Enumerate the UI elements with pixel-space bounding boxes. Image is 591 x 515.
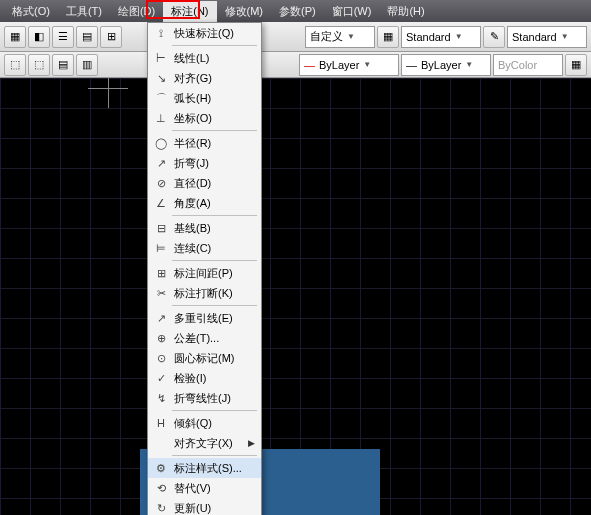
menu-item-label: 对齐文字(X)	[174, 436, 233, 451]
menu-item-label: 圆心标记(M)	[174, 351, 235, 366]
tool-btn-icon[interactable]: ⬚	[4, 54, 26, 76]
menu-item[interactable]: ⊘直径(D)	[148, 173, 261, 193]
menu-item-icon: ⊟	[152, 220, 170, 236]
crosshair-icon	[108, 78, 109, 108]
menu-item-icon: ↗	[152, 155, 170, 171]
menu-item[interactable]: ⊥坐标(O)	[148, 108, 261, 128]
tool-btn-icon[interactable]: ⬚	[28, 54, 50, 76]
menu-item[interactable]: ↗折弯(J)	[148, 153, 261, 173]
tool-btn-icon[interactable]: ⊞	[100, 26, 122, 48]
menu-item[interactable]: ⟟快速标注(Q)	[148, 23, 261, 43]
menu-item-icon: ⊥	[152, 110, 170, 126]
menu-item-icon: H	[152, 415, 170, 431]
menu-item[interactable]: ⊢线性(L)	[148, 48, 261, 68]
menubar: 格式(O) 工具(T) 绘图(D) 标注(N) 修改(M) 参数(P) 窗口(W…	[0, 0, 591, 22]
menu-item[interactable]: H倾斜(Q)	[148, 413, 261, 433]
menu-item[interactable]: ⟲替代(V)	[148, 478, 261, 498]
menu-item-icon: ↘	[152, 70, 170, 86]
bylayer-dropdown-2[interactable]: —ByLayer▼	[401, 54, 491, 76]
menu-item-icon: ⊨	[152, 240, 170, 256]
menu-item-label: 折弯(J)	[174, 156, 209, 171]
menu-modify[interactable]: 修改(M)	[217, 1, 272, 22]
menu-item[interactable]: ◯半径(R)	[148, 133, 261, 153]
menu-item-icon: ⟟	[152, 25, 170, 41]
bylayer-dropdown-1[interactable]: —ByLayer▼	[299, 54, 399, 76]
menu-item[interactable]: ✓检验(I)	[148, 368, 261, 388]
tool-btn-icon[interactable]: ▦	[377, 26, 399, 48]
menu-item[interactable]: ⊟基线(B)	[148, 218, 261, 238]
menu-separator	[172, 45, 257, 46]
menu-draw[interactable]: 绘图(D)	[110, 1, 163, 22]
menu-separator	[172, 305, 257, 306]
menu-separator	[172, 260, 257, 261]
menu-item-icon	[152, 435, 170, 451]
menu-help[interactable]: 帮助(H)	[379, 1, 432, 22]
menu-item-icon: ↻	[152, 500, 170, 515]
tool-btn-icon[interactable]: ▤	[76, 26, 98, 48]
menu-window[interactable]: 窗口(W)	[324, 1, 380, 22]
menu-item-icon: ⟲	[152, 480, 170, 496]
menu-item[interactable]: ↻更新(U)	[148, 498, 261, 515]
tool-btn-icon[interactable]: ◧	[28, 26, 50, 48]
menu-item[interactable]: ↯折弯线性(J)	[148, 388, 261, 408]
menu-item-label: 基线(B)	[174, 221, 211, 236]
bylayer-label: ByLayer	[319, 59, 359, 71]
submenu-arrow-icon: ▶	[248, 438, 255, 448]
menu-format[interactable]: 格式(O)	[4, 1, 58, 22]
menu-item-label: 连续(C)	[174, 241, 211, 256]
menu-separator	[172, 130, 257, 131]
menu-item[interactable]: ⊨连续(C)	[148, 238, 261, 258]
menu-item-label: 公差(T)...	[174, 331, 219, 346]
menu-item-label: 半径(R)	[174, 136, 211, 151]
toolbar-2: ⬚ ⬚ ▤ ▥ —ByLayer▼ —ByLayer▼ ByColor ▦	[0, 52, 591, 78]
menu-item-icon: ↗	[152, 310, 170, 326]
tool-btn-icon[interactable]: ✎	[483, 26, 505, 48]
menu-item-label: 弧长(H)	[174, 91, 211, 106]
toolbar-1: ▦ ◧ ☰ ▤ ⊞ 自定义▼ ▦ Standard▼ ✎ Standard▼	[0, 22, 591, 52]
menu-dimension[interactable]: 标注(N)	[163, 1, 216, 22]
menu-tools[interactable]: 工具(T)	[58, 1, 110, 22]
menu-item-icon: ↯	[152, 390, 170, 406]
dimension-dropdown-menu: ⟟快速标注(Q)⊢线性(L)↘对齐(G)⌒弧长(H)⊥坐标(O)◯半径(R)↗折…	[147, 22, 262, 515]
menu-item-label: 标注打断(K)	[174, 286, 233, 301]
menu-item[interactable]: ∠角度(A)	[148, 193, 261, 213]
menu-item[interactable]: ⚙标注样式(S)...	[148, 458, 261, 478]
menu-item-label: 直径(D)	[174, 176, 211, 191]
tool-btn-icon[interactable]: ▥	[76, 54, 98, 76]
menu-item[interactable]: ⊕公差(T)...	[148, 328, 261, 348]
tool-btn-icon[interactable]: ☰	[52, 26, 74, 48]
menu-item[interactable]: ↗多重引线(E)	[148, 308, 261, 328]
menu-item-label: 更新(U)	[174, 501, 211, 516]
menu-item-icon: ✂	[152, 285, 170, 301]
menu-item-icon: ⚙	[152, 460, 170, 476]
chevron-down-icon: ▼	[455, 32, 463, 41]
chevron-down-icon: ▼	[561, 32, 569, 41]
custom-dropdown[interactable]: 自定义▼	[305, 26, 375, 48]
menu-item[interactable]: 对齐文字(X)▶	[148, 433, 261, 453]
menu-item-label: 坐标(O)	[174, 111, 212, 126]
style-label: Standard	[512, 31, 557, 43]
bycolor-dropdown[interactable]: ByColor	[493, 54, 563, 76]
style-dropdown-2[interactable]: Standard▼	[507, 26, 587, 48]
menu-separator	[172, 455, 257, 456]
menu-item-label: 检验(I)	[174, 371, 206, 386]
menu-item[interactable]: ✂标注打断(K)	[148, 283, 261, 303]
custom-label: 自定义	[310, 29, 343, 44]
chevron-down-icon: ▼	[347, 32, 355, 41]
tool-btn-icon[interactable]: ▤	[52, 54, 74, 76]
menu-item[interactable]: ⊙圆心标记(M)	[148, 348, 261, 368]
tool-btn-icon[interactable]: ▦	[565, 54, 587, 76]
menu-separator	[172, 215, 257, 216]
tool-btn-icon[interactable]: ▦	[4, 26, 26, 48]
menu-item-icon: ◯	[152, 135, 170, 151]
menu-item[interactable]: ↘对齐(G)	[148, 68, 261, 88]
bycolor-label: ByColor	[498, 59, 537, 71]
menu-item[interactable]: ⊞标注间距(P)	[148, 263, 261, 283]
menu-item-icon: ⊞	[152, 265, 170, 281]
menu-params[interactable]: 参数(P)	[271, 1, 324, 22]
menu-item-icon: ∠	[152, 195, 170, 211]
menu-item-label: 多重引线(E)	[174, 311, 233, 326]
style-dropdown-1[interactable]: Standard▼	[401, 26, 481, 48]
menu-item[interactable]: ⌒弧长(H)	[148, 88, 261, 108]
menu-item-icon: ⊘	[152, 175, 170, 191]
